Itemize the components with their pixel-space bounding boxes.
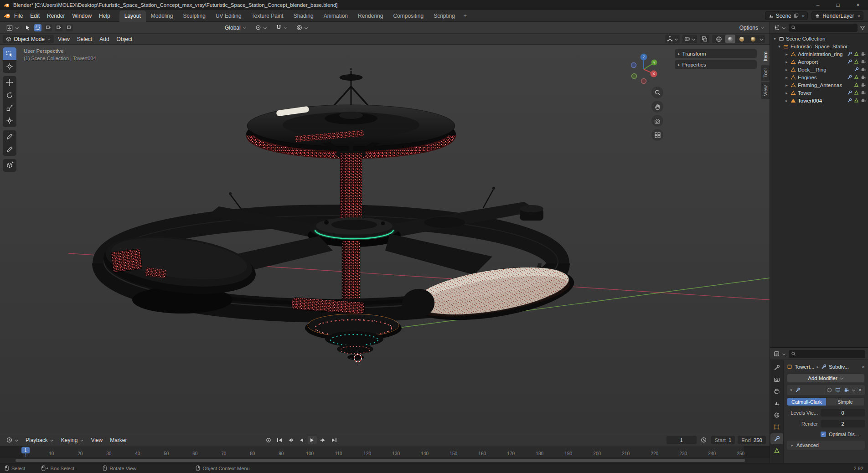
viewport-3d[interactable]: User Perspective (1) Scene Collection | … — [0, 45, 770, 434]
tool-transform[interactable] — [3, 114, 16, 127]
play-reverse-button[interactable] — [297, 436, 306, 444]
tab-texture-paint[interactable]: Texture Paint — [247, 10, 289, 22]
menu-object[interactable]: Object — [114, 36, 136, 42]
outliner-row-collection[interactable]: ▾ Futuristic_Space_Statior — [770, 42, 868, 50]
blender-menu-icon[interactable] — [4, 12, 10, 19]
properties-editor-type[interactable] — [773, 351, 786, 357]
outliner-search-input[interactable] — [789, 24, 858, 32]
mesh-data-icon[interactable] — [854, 59, 859, 64]
remove-view-layer-icon[interactable]: × — [857, 13, 860, 19]
select-mode-invert-button[interactable] — [66, 24, 73, 31]
new-scene-icon[interactable] — [794, 13, 799, 18]
tab-data-properties[interactable] — [770, 445, 783, 456]
menu-select[interactable]: Select — [74, 36, 95, 42]
tool-move[interactable] — [3, 76, 16, 89]
select-mode-set-button[interactable] — [34, 24, 41, 31]
outliner-row-object[interactable]: ▸ Dock__Ring — [770, 66, 868, 73]
render-visibility-camera-icon[interactable] — [861, 98, 866, 103]
editor-type-selector[interactable] — [4, 24, 21, 32]
tab-uv-editing[interactable]: UV Editing — [211, 10, 247, 22]
render-toggle-icon[interactable] — [843, 387, 850, 394]
outliner-row-object[interactable]: ▸ Framing_Antennas — [770, 81, 868, 89]
timeline-scrollbar[interactable] — [0, 458, 770, 463]
prev-keyframe-button[interactable] — [286, 436, 295, 444]
pin-id-icon[interactable]: × — [862, 364, 865, 370]
tool-rotate[interactable] — [3, 89, 16, 102]
menu-timeline-view[interactable]: View — [88, 437, 105, 443]
tab-output-properties[interactable] — [770, 386, 783, 397]
collapse-caret-icon[interactable]: ▾ — [777, 44, 781, 49]
menu-window[interactable]: Window — [68, 10, 95, 21]
start-frame-field[interactable]: Start1 — [711, 436, 735, 444]
properties-panel-header[interactable]: ▸Properties — [675, 60, 757, 69]
shading-solid-button[interactable] — [725, 35, 735, 43]
render-visibility-camera-icon[interactable] — [861, 90, 866, 95]
collapse-caret-icon[interactable]: ▾ — [773, 36, 777, 41]
shading-wireframe-button[interactable] — [714, 35, 724, 43]
timeline-ruler[interactable]: 1 11020304050607080901001101201301401501… — [0, 446, 770, 458]
tool-select-box[interactable] — [3, 47, 16, 60]
edit-mode-toggle-icon[interactable] — [826, 387, 833, 394]
catmull-clark-option[interactable]: Catmull-Clark — [787, 398, 826, 406]
show-overlays-dropdown[interactable] — [682, 35, 697, 43]
expand-caret-icon[interactable]: ▸ — [785, 75, 789, 80]
tab-layout[interactable]: Layout — [119, 10, 146, 22]
menu-help[interactable]: Help — [95, 10, 114, 21]
camera-view-button[interactable] — [651, 115, 663, 127]
menu-playback[interactable]: Playback — [23, 437, 57, 443]
mesh-data-icon[interactable] — [854, 90, 859, 95]
mode-dropdown[interactable]: Object Mode — [3, 35, 54, 43]
jump-to-end-button[interactable] — [330, 436, 339, 444]
menu-file[interactable]: File — [10, 10, 26, 21]
view-layer-selector[interactable]: RenderLayer × — [811, 11, 863, 20]
modifier-wrench-icon[interactable] — [847, 98, 852, 103]
jump-to-start-button[interactable] — [275, 436, 284, 444]
mesh-data-icon[interactable] — [854, 82, 859, 87]
expand-caret-icon[interactable]: ▸ — [785, 98, 789, 103]
expand-caret-icon[interactable]: ▸ — [785, 60, 789, 64]
expand-caret-icon[interactable]: ▸ — [785, 52, 789, 57]
tab-scripting[interactable]: Scripting — [429, 10, 460, 22]
zoom-button[interactable] — [651, 87, 663, 98]
tab-scene-properties[interactable] — [770, 398, 783, 409]
tab-tool-properties[interactable] — [770, 362, 783, 373]
tab-shading[interactable]: Shading — [289, 10, 319, 22]
select-mode-extend-button[interactable] — [45, 24, 52, 31]
tab-modifier-properties[interactable] — [770, 433, 783, 444]
render-visibility-camera-icon[interactable] — [861, 51, 866, 57]
outliner-row-object[interactable]: ▸ Administration_ring — [770, 50, 868, 58]
next-keyframe-button[interactable] — [319, 436, 328, 444]
expand-caret-icon[interactable]: ▸ — [785, 67, 789, 72]
render-levels-field[interactable]: 2 — [821, 420, 865, 427]
levels-viewport-field[interactable]: 0 — [821, 409, 865, 416]
expand-caret-icon[interactable]: ▸ — [785, 83, 789, 87]
mesh-data-icon[interactable] — [854, 98, 859, 103]
outliner-row-scene-collection[interactable]: ▾ Scene Collection — [770, 35, 868, 42]
scene-selector[interactable]: Scene × — [765, 11, 808, 20]
tab-object-properties[interactable] — [770, 422, 783, 432]
modifier-wrench-icon[interactable] — [847, 75, 852, 80]
add-modifier-button[interactable]: Add Modifier — [787, 374, 865, 383]
render-visibility-camera-icon[interactable] — [861, 82, 866, 87]
menu-keying[interactable]: Keying — [58, 437, 87, 443]
auto-keying-button[interactable] — [264, 436, 273, 444]
select-mode-subtract-button[interactable] — [55, 24, 62, 31]
current-frame-field[interactable]: 1 — [666, 436, 697, 444]
sidebar-tab-view[interactable]: View — [761, 82, 770, 99]
mesh-data-icon[interactable] — [854, 75, 859, 80]
close-button[interactable]: × — [848, 0, 868, 10]
show-gizmo-dropdown[interactable] — [665, 35, 680, 43]
tab-animation[interactable]: Animation — [319, 10, 353, 22]
collapse-caret-icon[interactable]: ▾ — [789, 388, 793, 392]
tool-annotate[interactable] — [3, 130, 16, 143]
menu-marker[interactable]: Marker — [107, 437, 129, 443]
filter-icon[interactable] — [860, 25, 865, 31]
end-frame-field[interactable]: End250 — [738, 436, 766, 444]
active-tool-cursor-icon[interactable] — [25, 25, 31, 31]
render-visibility-camera-icon[interactable] — [861, 67, 866, 72]
expand-caret-icon[interactable]: ▸ — [785, 91, 789, 95]
pan-button[interactable] — [651, 101, 663, 113]
modifier-extras-caret[interactable] — [852, 388, 856, 392]
modifier-wrench-icon[interactable] — [847, 90, 852, 95]
outliner-row-object[interactable]: ▸ Tower — [770, 89, 868, 97]
